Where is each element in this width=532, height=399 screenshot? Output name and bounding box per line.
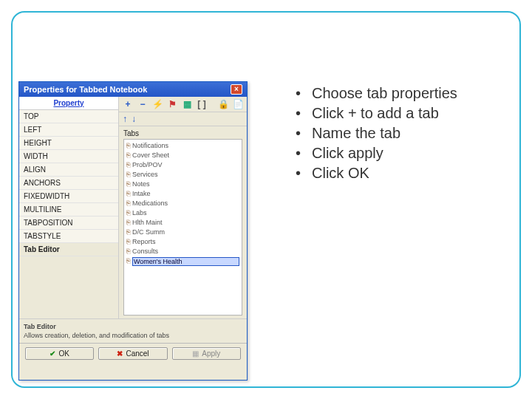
lock-icon[interactable]: 🔒 <box>218 99 228 109</box>
property-row[interactable]: ALIGN <box>19 163 118 177</box>
page-icon: ⎘ <box>126 228 130 237</box>
bracket-icon[interactable]: [ ] <box>197 99 207 109</box>
tab-editor-toolbar: + − ⚡ ⚑ ▦ [ ] 🔒 📄 <box>119 97 247 112</box>
move-down-icon[interactable]: ↓ <box>132 114 136 124</box>
list-item: ⎘Notifications <box>126 141 239 151</box>
instruction-item: Name the tab <box>296 125 457 142</box>
page-icon: ⎘ <box>126 151 130 160</box>
page-icon: ⎘ <box>126 237 130 247</box>
remove-tab-icon[interactable]: − <box>137 99 148 109</box>
list-item: ⎘Notes <box>126 180 239 189</box>
property-header[interactable]: Property <box>19 97 118 110</box>
close-icon[interactable]: × <box>231 84 242 95</box>
list-item: ⎘Services <box>126 170 239 180</box>
properties-dialog: Properties for Tabbed Notebook × Propert… <box>18 81 248 381</box>
property-row[interactable]: WIDTH <box>19 150 118 163</box>
tab-name-input[interactable] <box>132 257 239 266</box>
page-icon: ⎘ <box>126 189 130 199</box>
list-item: ⎘Cover Sheet <box>126 151 239 160</box>
list-item: ⎘Prob/POV <box>126 160 239 170</box>
property-row[interactable]: TABSTYLE <box>19 230 118 243</box>
property-row[interactable]: TABPOSITION <box>19 216 118 230</box>
titlebar: Properties for Tabbed Notebook × <box>19 82 247 97</box>
tab-editor-panel: + − ⚡ ⚑ ▦ [ ] 🔒 📄 ↑ ↓ Tabs ⎘ <box>119 97 247 318</box>
move-up-icon[interactable]: ↑ <box>123 114 127 124</box>
tabs-label: Tabs <box>123 129 242 137</box>
property-row[interactable]: ANCHORS <box>19 177 118 190</box>
page-icon: ⎘ <box>126 170 130 180</box>
property-row[interactable]: FIXEDWIDTH <box>19 190 118 203</box>
property-row[interactable]: LEFT <box>19 123 118 137</box>
property-column: Property TOP LEFT HEIGHT WIDTH ALIGN ANC… <box>19 97 119 318</box>
page-icon: ⎘ <box>126 208 130 218</box>
add-tab-icon[interactable]: + <box>123 99 133 109</box>
page-icon: ⎘ <box>126 160 130 170</box>
list-item: ⎘Intake <box>126 189 239 199</box>
apply-button[interactable]: ▦ Apply <box>172 347 241 360</box>
page-icon: ⎘ <box>126 141 130 151</box>
page-icon: ⎘ <box>126 256 130 266</box>
page-icon: ⎘ <box>126 247 130 256</box>
document-icon[interactable]: 📄 <box>233 99 243 109</box>
lightning-icon[interactable]: ⚡ <box>152 99 163 109</box>
list-item: ⎘Labs <box>126 208 239 218</box>
property-row-tab-editor[interactable]: Tab Editor <box>19 243 118 256</box>
window-title: Properties for Tabbed Notebook <box>24 85 147 94</box>
list-item-editing: ⎘ <box>126 256 239 266</box>
footer-description: Tab Editor Allows creation, deletion, an… <box>19 318 247 343</box>
cancel-button[interactable]: ✖ Cancel <box>98 347 167 360</box>
property-row[interactable]: MULTILINE <box>19 203 118 216</box>
x-icon: ✖ <box>117 349 123 358</box>
ok-button[interactable]: ✔ OK <box>25 347 94 360</box>
property-row[interactable]: HEIGHT <box>19 137 118 150</box>
instruction-item: Choose tab properties <box>296 85 457 102</box>
list-item: ⎘Medications <box>126 199 239 208</box>
instruction-list: Choose tab properties Click + to add a t… <box>266 85 457 366</box>
page-icon: ⎘ <box>126 199 130 208</box>
page-icon: ⎘ <box>126 218 130 228</box>
property-row[interactable]: TOP <box>19 110 118 123</box>
footer-title: Tab Editor <box>24 323 56 330</box>
page-icon: ⎘ <box>126 180 130 189</box>
check-icon: ✔ <box>50 349 55 358</box>
tabs-listbox[interactable]: ⎘Notifications ⎘Cover Sheet ⎘Prob/POV ⎘S… <box>123 139 242 316</box>
instruction-item: Click + to add a tab <box>296 105 457 122</box>
apply-icon: ▦ <box>192 349 199 358</box>
list-item: ⎘Hlth Maint <box>126 218 239 228</box>
footer-text: Allows creation, deletion, and modificat… <box>24 332 169 339</box>
list-item: ⎘Consults <box>126 247 239 256</box>
instruction-item: Click apply <box>296 145 457 162</box>
grid-icon[interactable]: ▦ <box>182 99 192 109</box>
list-item: ⎘Reports <box>126 237 239 247</box>
flag-icon[interactable]: ⚑ <box>167 99 177 109</box>
instruction-item: Click OK <box>296 165 457 182</box>
list-item: ⎘D/C Summ <box>126 228 239 237</box>
